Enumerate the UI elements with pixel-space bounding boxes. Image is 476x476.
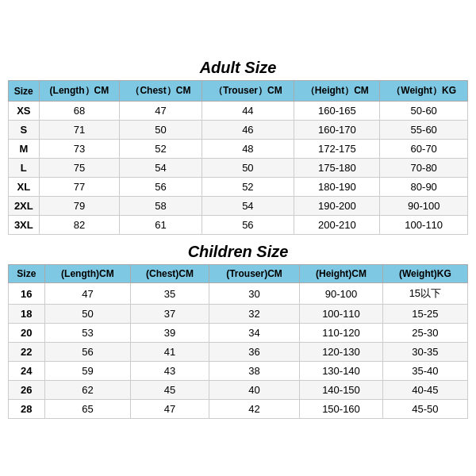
table-cell: 54 (202, 197, 294, 216)
table-cell: 16 (9, 283, 45, 305)
table-cell: 50 (120, 121, 202, 140)
table-cell: 30 (209, 283, 299, 305)
table-cell: 62 (44, 381, 130, 400)
table-cell: 15以下 (382, 283, 467, 305)
table-cell: 79 (39, 197, 120, 216)
table-cell: 200-210 (294, 216, 380, 235)
table-cell: 56 (120, 178, 202, 197)
table-row: 18503732100-11015-25 (9, 305, 468, 324)
table-cell: 60-70 (380, 140, 468, 159)
table-cell: 40 (209, 381, 299, 400)
table-cell: XL (9, 178, 40, 197)
children-header-cell: (Height)CM (300, 265, 383, 283)
table-cell: 3XL (9, 216, 40, 235)
table-cell: 41 (131, 343, 209, 362)
table-cell: 110-120 (300, 324, 383, 343)
table-cell: 36 (209, 343, 299, 362)
table-cell: 56 (44, 343, 130, 362)
table-cell: 35-40 (382, 362, 467, 381)
size-chart-container: Adult Size Size(Length）CM（Chest）CM（Trous… (8, 54, 468, 422)
table-cell: 77 (39, 178, 120, 197)
table-cell: 37 (131, 305, 209, 324)
adult-header-cell: （Height）CM (294, 81, 380, 102)
table-cell: 45-50 (382, 400, 467, 419)
table-cell: 47 (120, 102, 202, 121)
children-header-cell: Size (9, 265, 45, 283)
table-cell: 32 (209, 305, 299, 324)
adult-table-body: XS684744160-16550-60S715046160-17055-60M… (9, 102, 468, 235)
table-cell: 73 (39, 140, 120, 159)
table-cell: 24 (9, 362, 45, 381)
table-cell: 100-110 (300, 305, 383, 324)
table-row: 24594338130-14035-40 (9, 362, 468, 381)
table-cell: 75 (39, 159, 120, 178)
table-cell: 30-35 (382, 343, 467, 362)
children-header-cell: (Weight)KG (382, 265, 467, 283)
children-header-cell: (Length)CM (44, 265, 130, 283)
adult-header-cell: (Length）CM (39, 81, 120, 102)
table-cell: 58 (120, 197, 202, 216)
table-row: 20533934110-12025-30 (9, 324, 468, 343)
adult-size-table: Size(Length）CM（Chest）CM（Trouser）CM（Heigh… (8, 80, 468, 235)
adult-header-cell: （Chest）CM (120, 81, 202, 102)
table-cell: 39 (131, 324, 209, 343)
table-row: 26624540140-15040-45 (9, 381, 468, 400)
table-cell: 26 (9, 381, 45, 400)
table-cell: 175-180 (294, 159, 380, 178)
table-cell: 20 (9, 324, 45, 343)
adult-header-cell: （Trouser）CM (202, 81, 294, 102)
adult-header-cell: Size (9, 81, 40, 102)
table-row: 22564136120-13030-35 (9, 343, 468, 362)
table-cell: 50 (44, 305, 130, 324)
table-cell: XS (9, 102, 40, 121)
table-cell: 130-140 (300, 362, 383, 381)
table-cell: 50-60 (380, 102, 468, 121)
adult-section-title: Adult Size (8, 54, 468, 80)
table-row: XL775652180-19080-90 (9, 178, 468, 197)
adult-table-header: Size(Length）CM（Chest）CM（Trouser）CM（Heigh… (9, 81, 468, 102)
table-cell: 52 (120, 140, 202, 159)
table-cell: 70-80 (380, 159, 468, 178)
table-row: 3XL826156200-210100-110 (9, 216, 468, 235)
table-cell: 40-45 (382, 381, 467, 400)
table-cell: 18 (9, 305, 45, 324)
table-cell: 56 (202, 216, 294, 235)
table-row: XS684744160-16550-60 (9, 102, 468, 121)
table-cell: 15-25 (382, 305, 467, 324)
table-row: S715046160-17055-60 (9, 121, 468, 140)
table-cell: 190-200 (294, 197, 380, 216)
table-row: 2XL795854190-20090-100 (9, 197, 468, 216)
adult-header-cell: （Weight）KG (380, 81, 468, 102)
table-cell: 54 (120, 159, 202, 178)
table-cell: 48 (202, 140, 294, 159)
table-row: 28654742150-16045-50 (9, 400, 468, 419)
table-row: M735248172-17560-70 (9, 140, 468, 159)
table-cell: S (9, 121, 40, 140)
table-cell: 150-160 (300, 400, 383, 419)
children-table-body: 1647353090-10015以下18503732100-11015-2520… (9, 283, 468, 419)
table-cell: 2XL (9, 197, 40, 216)
table-cell: L (9, 159, 40, 178)
table-cell: M (9, 140, 40, 159)
table-cell: 160-165 (294, 102, 380, 121)
table-cell: 45 (131, 381, 209, 400)
table-cell: 43 (131, 362, 209, 381)
table-cell: 68 (39, 102, 120, 121)
table-cell: 35 (131, 283, 209, 305)
children-header-cell: (Trouser)CM (209, 265, 299, 283)
table-cell: 34 (209, 324, 299, 343)
table-cell: 59 (44, 362, 130, 381)
table-cell: 120-130 (300, 343, 383, 362)
children-table-header: Size(Length)CM(Chest)CM(Trouser)CM(Heigh… (9, 265, 468, 283)
table-cell: 38 (209, 362, 299, 381)
table-cell: 90-100 (380, 197, 468, 216)
table-cell: 90-100 (300, 283, 383, 305)
table-cell: 47 (44, 283, 130, 305)
table-cell: 61 (120, 216, 202, 235)
children-section-title: Children Size (8, 238, 468, 264)
table-cell: 82 (39, 216, 120, 235)
table-row: L755450175-18070-80 (9, 159, 468, 178)
table-cell: 180-190 (294, 178, 380, 197)
children-size-table: Size(Length)CM(Chest)CM(Trouser)CM(Heigh… (8, 264, 468, 419)
children-header-cell: (Chest)CM (131, 265, 209, 283)
